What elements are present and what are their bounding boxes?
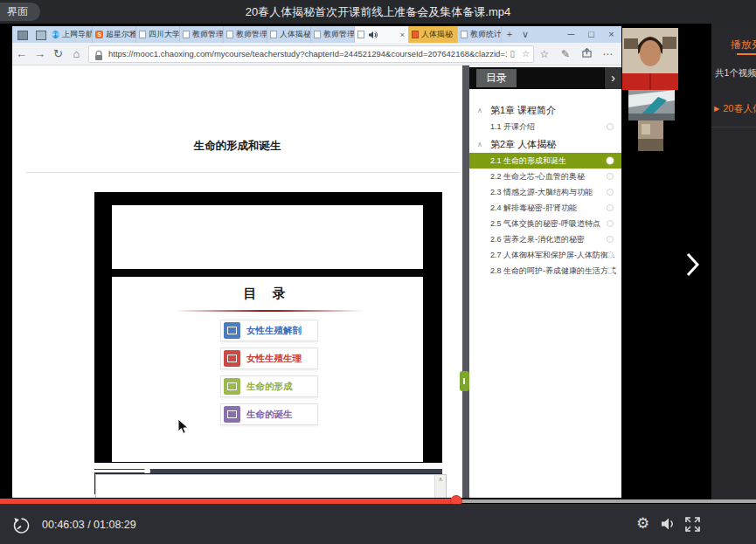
page-orange-favicon-icon bbox=[412, 31, 419, 38]
playback-speed-button[interactable] bbox=[12, 517, 30, 534]
inner-video-player: 目 录 女性生殖解剖女性生殖生理生命的形成生命的诞生 1x 0:32 / 3:4… bbox=[94, 192, 442, 494]
toc-item: 2.7 人体御林军和保护屏-人体防御... bbox=[469, 247, 621, 263]
browser-tab: 教师管理 bbox=[180, 26, 224, 43]
tab-label: 人体揭秘 bbox=[421, 29, 453, 40]
physiology-icon bbox=[224, 350, 240, 367]
playlist-count: 共1个视频 bbox=[715, 67, 756, 79]
slide-menu: 女性生殖解剖女性生殖生理生命的形成生命的诞生 bbox=[220, 320, 318, 431]
toc-item-label: 2.3 情感之源-大脑结构与功能 bbox=[490, 188, 593, 196]
progress-dot bbox=[607, 251, 614, 258]
toc-header: 目录 › bbox=[469, 67, 621, 89]
toc-item: 1.1 开课介绍 bbox=[469, 119, 621, 134]
video-player-app: 界面 20春人体揭秘首次开课前线上准备会及集体备课.mp4 上网导航S超星尔雅四… bbox=[0, 0, 756, 544]
tab-label: 超星尔雅 bbox=[106, 29, 136, 40]
slide-frame: 目 录 女性生殖解剖女性生殖生理生命的形成生命的诞生 bbox=[112, 205, 423, 462]
reading-view-icon: ▯ bbox=[510, 49, 516, 59]
browser-tab: 教师统计 bbox=[458, 26, 502, 43]
chaoxing-favicon-icon: S bbox=[95, 31, 103, 38]
progress-dot bbox=[607, 157, 614, 164]
favorites-hub-icon: ☆ bbox=[534, 48, 555, 60]
browser-windows-icon bbox=[17, 31, 28, 40]
browser-tab: 教师管理 bbox=[311, 26, 355, 43]
page-favicon-icon bbox=[226, 31, 233, 38]
scroll-up-icon: ∧ bbox=[435, 476, 446, 483]
slide-menu-item-label: 女性生殖生理 bbox=[246, 353, 302, 365]
browser-tab: 人体揭秘 bbox=[409, 26, 458, 43]
slide-menu-item: 女性生殖生理 bbox=[220, 348, 318, 369]
video-artifact-band bbox=[112, 269, 423, 277]
forward-icon: → bbox=[31, 47, 49, 60]
tab-label: 四川大学 bbox=[149, 29, 180, 40]
playlist-divider bbox=[711, 127, 756, 127]
toc-item-label: 2.8 生命的呵护-养成健康的生活方式 bbox=[490, 266, 616, 275]
progress-dot bbox=[607, 236, 614, 243]
new-tab-button: + bbox=[502, 26, 517, 43]
playlist-item[interactable]: ▶20春人体揭秘首次开课前线上准备会及集体备课.mp4 bbox=[714, 102, 756, 115]
browser-tab: S超星尔雅 bbox=[93, 26, 136, 43]
maximize-icon: □ bbox=[581, 26, 601, 43]
address-field: https://mooc1.chaoxing.com/mycourse/teac… bbox=[88, 45, 534, 63]
toc-item-label: 1.1 开课介绍 bbox=[490, 122, 535, 131]
minimize-icon: ─ bbox=[561, 26, 581, 43]
slide-title-rule bbox=[175, 310, 363, 312]
toc-item: 2.8 生命的呵护-养成健康的生活方式 bbox=[469, 263, 621, 279]
slide-menu-item-label: 女性生殖解剖 bbox=[246, 325, 302, 337]
close-window-icon: × bbox=[601, 26, 621, 43]
video-display[interactable]: 上网导航S超星尔雅四川大学教师管理教师管理人体揭秘教师管理×人体揭秘教师统计 +… bbox=[0, 24, 711, 502]
url-text: https://mooc1.chaoxing.com/mycourse/teac… bbox=[108, 49, 507, 59]
toc-item: 2.2 生命之芯-心血管的奥秘 bbox=[469, 169, 621, 184]
refresh-icon: ↻ bbox=[49, 47, 67, 60]
more-options-icon: ⋯ bbox=[597, 48, 618, 60]
toc-item: 2.3 情感之源-大脑结构与功能 bbox=[469, 184, 621, 200]
toc-item-label: 2.1 生命的形成和诞生 bbox=[490, 156, 566, 165]
page-favicon-icon bbox=[357, 31, 364, 38]
slide-menu-item: 生命的形成 bbox=[220, 375, 318, 397]
slide-title: 目 录 bbox=[112, 286, 423, 302]
toc-tab: 目录 bbox=[476, 69, 517, 87]
share-icon bbox=[576, 48, 597, 60]
page-scrollbar bbox=[462, 65, 469, 498]
slide-menu-item: 生命的诞生 bbox=[220, 403, 318, 425]
course-page-content: 生命的形成和诞生 目 录 女性生殖解剖女性生殖生理生命的形成生命的诞生 bbox=[12, 65, 621, 498]
toc-item-label: 2.5 气体交换的秘密-呼吸道特点 bbox=[490, 219, 600, 228]
playlist-header: 播放列表 bbox=[731, 38, 756, 52]
toc-item-label: 2.7 人体御林军和保护屏-人体防御... bbox=[490, 251, 615, 259]
page-favicon-icon bbox=[461, 31, 468, 38]
recorded-browser-window: 上网导航S超星尔雅四川大学教师管理教师管理人体揭秘教师管理×人体揭秘教师统计 +… bbox=[12, 26, 621, 498]
anatomy-icon bbox=[224, 322, 240, 339]
progress-dot bbox=[607, 267, 614, 274]
browser-tab: 四川大学 bbox=[136, 26, 180, 43]
browser-tab-bar: 上网导航S超星尔雅四川大学教师管理教师管理人体揭秘教师管理×人体揭秘教师统计 +… bbox=[12, 26, 621, 43]
settings-button[interactable]: ⚙ bbox=[636, 514, 649, 533]
volume-button[interactable] bbox=[661, 517, 676, 531]
tab-strip: 上网导航S超星尔雅四川大学教师管理教师管理人体揭秘教师管理×人体揭秘教师统计 bbox=[49, 26, 502, 43]
video-title: 20春人体揭秘首次开课前线上准备会及集体备课.mp4 bbox=[0, 0, 756, 24]
playlist-header-underline bbox=[737, 53, 756, 55]
browser-url-bar: ← → ↻ ⌂ https://mooc1.chaoxing.com/mycou… bbox=[12, 43, 621, 65]
heading-divider bbox=[26, 172, 460, 173]
toc-item: 2.5 气体交换的秘密-呼吸道特点 bbox=[469, 216, 621, 231]
progress-dot bbox=[607, 189, 614, 196]
slide-menu-item-label: 生命的形成 bbox=[246, 381, 293, 393]
progress-dot bbox=[607, 123, 614, 130]
browser-tab: × bbox=[355, 26, 409, 43]
tab-label: 人体揭秘 bbox=[280, 29, 311, 40]
collapse-caret-icon: ∧ bbox=[477, 102, 482, 119]
tab-label: 教师管理 bbox=[192, 29, 224, 40]
playlist-panel: 播放列表 共1个视频 ▶20春人体揭秘首次开课前线上准备会及集体备课.mp4 bbox=[711, 24, 756, 502]
mouse-cursor bbox=[177, 418, 190, 435]
toc-item: 2.1 生命的形成和诞生 bbox=[469, 153, 621, 169]
playing-item-icon: ▶ bbox=[714, 105, 719, 113]
progress-dot bbox=[607, 204, 614, 211]
formation-icon bbox=[224, 378, 240, 395]
sidebar-toggle-handle bbox=[460, 371, 469, 391]
toc-sidebar: 目录 › ∧第1章 课程简介1.1 开课介绍∧第2章 人体揭秘2.1 生命的形成… bbox=[469, 65, 621, 498]
tab-label: 上网导航 bbox=[62, 29, 93, 40]
toc-item-label: 2.6 营养之泉-消化道的秘密 bbox=[490, 235, 585, 244]
toc-item: 2.6 营养之泉-消化道的秘密 bbox=[469, 231, 621, 247]
tab-list-dropdown-icon: ∨ bbox=[517, 26, 533, 43]
tab-label: 教师管理 bbox=[236, 29, 267, 40]
toc-section-title: ∧第1章 课程简介 bbox=[469, 102, 621, 119]
fullscreen-button[interactable] bbox=[685, 517, 700, 532]
webcam-feed-1 bbox=[622, 28, 678, 90]
